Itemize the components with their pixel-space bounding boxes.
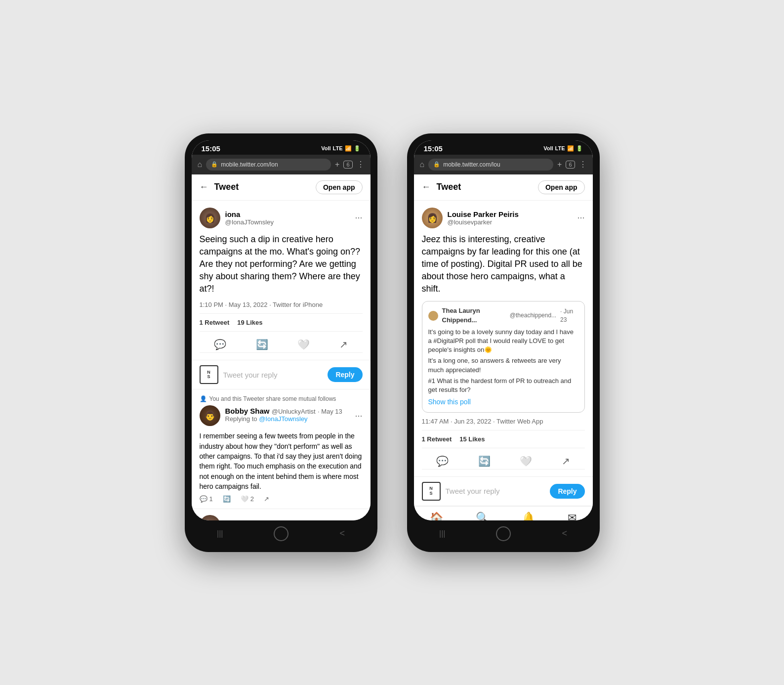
scene: 15:05 Voll LTE 📶 🔋 ⌂ 🔒 mobile.twitter.co…	[185, 133, 600, 552]
reply1-user-row: 👨 Bobby Shaw @UnluckyArtist · May 13 Rep…	[200, 405, 363, 426]
tweet-user-row-2: 👩 Louise Parker Peiris @louisevparker ··…	[422, 208, 585, 228]
quote-name: Thea Lauryn Chippend...	[442, 306, 506, 324]
tab-count-2[interactable]: 6	[566, 161, 575, 169]
notch-1	[254, 140, 308, 154]
phone-2: 15:05 Voll LTE 📶 🔋 ⌂ 🔒 mobile.twitter.co…	[407, 133, 600, 552]
main-tweet-2: 👩 Louise Parker Peiris @louisevparker ··…	[414, 201, 593, 477]
reply-btn-1[interactable]: Reply	[328, 367, 362, 382]
quote-tweet-2[interactable]: Thea Lauryn Chippend... @theachippend...…	[422, 301, 585, 412]
status-icons-1: Voll LTE 📶 🔋	[321, 145, 360, 152]
share-action-2[interactable]: ↗	[562, 455, 570, 467]
back-chevron-2[interactable]: <	[562, 528, 567, 539]
more-btn-reply1[interactable]: ···	[355, 411, 362, 421]
search-nav-2[interactable]: 🔍	[476, 512, 489, 520]
comment-action-1[interactable]: 💬	[214, 339, 226, 350]
avatar-iona-2: 👩	[200, 515, 220, 520]
show-poll-link[interactable]: Show this poll	[428, 398, 471, 406]
share-action-1[interactable]: ↗	[339, 339, 348, 350]
like-action-2[interactable]: 🤍	[520, 455, 532, 467]
home-circle-2[interactable]	[496, 526, 511, 541]
phone-1: 15:05 Voll LTE 📶 🔋 ⌂ 🔒 mobile.twitter.co…	[185, 133, 377, 552]
status-time-2: 15:05	[424, 144, 443, 153]
tweet-meta-1: 1:10 PM · May 13, 2022 · Twitter for iPh…	[200, 301, 363, 308]
new-tab-icon-2[interactable]: +	[557, 160, 562, 169]
back-btn-1[interactable]: ←	[200, 182, 208, 192]
likes-stat-1[interactable]: 19 Likes	[237, 319, 262, 326]
tweet-title-2: Tweet	[437, 182, 532, 192]
url-bar-1[interactable]: 🔒 mobile.twitter.com/lon	[206, 159, 331, 171]
browser-home-1[interactable]: ⌂	[198, 160, 203, 169]
quote-text-1: It's going to be a lovely sunny day toda…	[428, 328, 578, 355]
reply-input-row-2: NS Tweet your reply Reply	[414, 477, 593, 506]
likes-stat-2[interactable]: 15 Likes	[459, 435, 485, 443]
bobby-name: Bobby Shaw @UnluckyArtist · May 13	[225, 407, 350, 415]
home-circle-1[interactable]	[274, 526, 289, 541]
reply-placeholder-2[interactable]: Tweet your reply	[446, 487, 545, 495]
home-nav-2[interactable]: 🏠	[430, 512, 443, 520]
user-info-louise: Louise Parker Peiris @louisevparker	[448, 210, 573, 226]
tweet-text-2: Jeez this is interesting, creative campa…	[422, 233, 585, 296]
menu-icon-1[interactable]: ⋮	[357, 160, 365, 169]
retweet-action-2[interactable]: 🔄	[478, 455, 491, 467]
phone-bottom-2: ||| <	[414, 520, 593, 545]
browser-bar-2: ⌂ 🔒 mobile.twitter.com/lou + 6 ⋮	[414, 155, 593, 174]
menu-icon-2[interactable]: ⋮	[579, 160, 587, 169]
tweet-title-1: Tweet	[214, 182, 310, 192]
status-time-1: 15:05	[202, 144, 220, 153]
more-btn-main-1[interactable]: ···	[355, 213, 362, 223]
quote-handle: @theachippend...	[510, 311, 556, 320]
reply1-text: I remember seeing a few tweets from peop…	[200, 431, 363, 491]
quote-text-2: It's a long one, so answers & retweets a…	[428, 356, 578, 374]
comment-action-2[interactable]: 💬	[436, 455, 449, 467]
tweet-page-2: ← Tweet Open app 👩 Louise Parker Peiris …	[414, 174, 593, 520]
tab-count-1[interactable]: 6	[343, 161, 352, 169]
tweet-header-2: ← Tweet Open app	[414, 174, 593, 201]
tweet-stats-1: 1 Retweet 19 Likes	[200, 313, 363, 332]
more-btn-main-2[interactable]: ···	[577, 213, 584, 223]
reply-input-row-1: NS Tweet your reply Reply	[192, 360, 371, 389]
new-tab-icon-1[interactable]: +	[335, 160, 339, 169]
back-chevron-1[interactable]: <	[339, 528, 345, 539]
open-app-btn-1[interactable]: Open app	[316, 180, 363, 194]
reply-tweet-2: 👩 iona @IonaJTownsley · May 13 ··· Would…	[192, 509, 371, 520]
open-app-btn-2[interactable]: Open app	[538, 180, 585, 194]
user-name-louise: Louise Parker Peiris	[448, 210, 573, 218]
mutual-notice-1: 👤 You and this Tweeter share some mutual…	[200, 395, 363, 402]
tweet-stats-2: 1 Retweet 15 Likes	[422, 430, 585, 448]
reply-avatar-2: NS	[422, 482, 441, 501]
browser-bar-1: ⌂ 🔒 mobile.twitter.com/lon + 6 ⋮	[192, 155, 371, 174]
reply-placeholder-1[interactable]: Tweet your reply	[223, 371, 323, 379]
reply-btn-2[interactable]: Reply	[550, 484, 584, 499]
url-text-1: mobile.twitter.com/lon	[221, 161, 326, 168]
like-action-1[interactable]: 🤍	[297, 339, 310, 350]
reply1-comment[interactable]: 💬 1	[200, 495, 213, 503]
avatar-iona: 👩	[200, 208, 220, 228]
mail-nav-2[interactable]: ✉	[568, 512, 577, 520]
reply1-retweet[interactable]: 🔄	[223, 495, 231, 503]
browser-home-2[interactable]: ⌂	[420, 160, 425, 169]
reply1-share[interactable]: ↗	[264, 495, 269, 503]
back-btn-2[interactable]: ←	[422, 182, 431, 192]
tweet-header-1: ← Tweet Open app	[192, 174, 371, 201]
reply1-like[interactable]: 🤍 2	[241, 495, 254, 503]
retweet-stat-1[interactable]: 1 Retweet	[200, 319, 230, 326]
browser-actions-1: + 6 ⋮	[335, 160, 364, 169]
avatar-louise: 👩	[422, 208, 443, 228]
bell-nav-2[interactable]: 🔔	[522, 512, 535, 520]
nav-lines-1: |||	[217, 529, 223, 538]
user-handle-iona: @IonaJTownsley	[225, 218, 350, 226]
retweet-stat-2[interactable]: 1 Retweet	[422, 435, 452, 443]
avatar-bobby: 👨	[200, 405, 220, 426]
retweet-action-1[interactable]: 🔄	[256, 339, 268, 350]
reply-tweet-1: 👤 You and this Tweeter share some mutual…	[192, 389, 371, 509]
bottom-nav-2: 🏠 🔍 🔔 ✉	[414, 506, 593, 520]
notch-2	[476, 140, 531, 154]
user-info-bobby: Bobby Shaw @UnluckyArtist · May 13 Reply…	[225, 407, 350, 425]
url-bar-2[interactable]: 🔒 mobile.twitter.com/lou	[428, 159, 553, 171]
reply-avatar-1: NS	[200, 365, 218, 384]
lock-icon-1: 🔒	[211, 161, 218, 168]
user-info-iona: iona @IonaJTownsley	[225, 210, 350, 226]
quote-user-row: Thea Lauryn Chippend... @theachippend...…	[428, 306, 578, 324]
avatar-thea	[428, 311, 438, 321]
phone-2-inner: 15:05 Voll LTE 📶 🔋 ⌂ 🔒 mobile.twitter.co…	[414, 140, 593, 520]
